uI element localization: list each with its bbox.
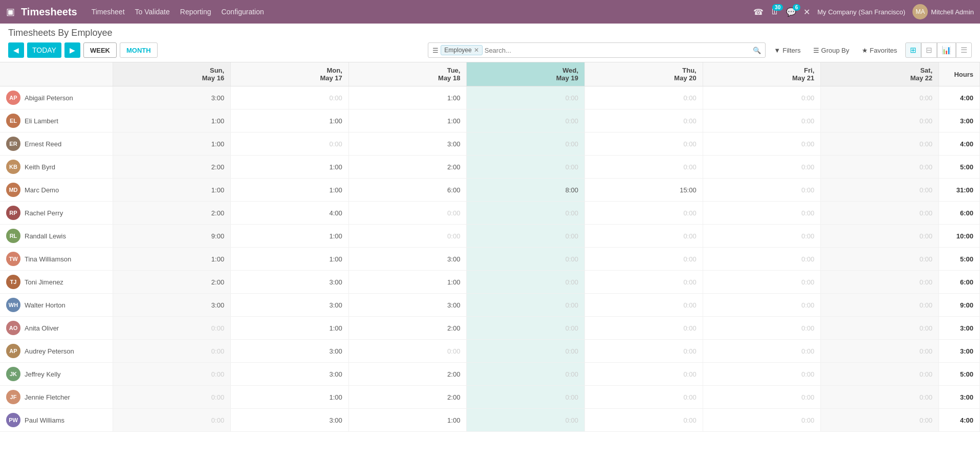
cell-tue[interactable]: 3:00: [349, 294, 467, 317]
cell-sun[interactable]: 0:00: [113, 409, 231, 432]
cell-wed[interactable]: 0:00: [467, 248, 585, 271]
cell-tue[interactable]: 3:00: [349, 133, 467, 156]
table-row[interactable]: MD Marc Demo 1:001:006:008:0015:000:000:…: [0, 179, 980, 202]
cell-tue[interactable]: 2:00: [349, 156, 467, 179]
cell-wed[interactable]: 0:00: [467, 409, 585, 432]
cell-thu[interactable]: 0:00: [585, 156, 703, 179]
cell-mon[interactable]: 0:00: [231, 133, 349, 156]
cell-sat[interactable]: 0:00: [821, 363, 939, 386]
table-row[interactable]: TJ Toni Jimenez 2:003:001:000:000:000:00…: [0, 271, 980, 294]
cell-thu[interactable]: 0:00: [585, 386, 703, 409]
apps-menu-icon[interactable]: ▣: [6, 6, 15, 17]
cell-tue[interactable]: 1:00: [349, 271, 467, 294]
table-row[interactable]: EL Eli Lambert 1:001:001:000:000:000:000…: [0, 109, 980, 133]
cell-mon[interactable]: 3:00: [231, 363, 349, 386]
cell-tue[interactable]: 2:00: [349, 317, 467, 340]
month-button[interactable]: MONTH: [120, 42, 158, 58]
cell-sun[interactable]: 9:00: [113, 225, 231, 248]
cell-wed[interactable]: 0:00: [467, 271, 585, 294]
cell-sat[interactable]: 0:00: [821, 386, 939, 409]
cell-sat[interactable]: 0:00: [821, 179, 939, 202]
cell-sat[interactable]: 0:00: [821, 248, 939, 271]
cell-wed[interactable]: 0:00: [467, 133, 585, 156]
table-row[interactable]: TW Tina Williamson 1:001:003:000:000:000…: [0, 248, 980, 271]
cell-thu[interactable]: 0:00: [585, 317, 703, 340]
cell-wed[interactable]: 0:00: [467, 386, 585, 409]
grid-view-button[interactable]: ⊞: [905, 42, 921, 58]
table-row[interactable]: RP Rachel Perry 2:004:000:000:000:000:00…: [0, 202, 980, 225]
cell-sun[interactable]: 2:00: [113, 271, 231, 294]
cell-sun[interactable]: 0:00: [113, 340, 231, 363]
cell-wed[interactable]: 0:00: [467, 363, 585, 386]
table-row[interactable]: ER Ernest Reed 1:000:003:000:000:000:000…: [0, 133, 980, 156]
cell-sun[interactable]: 3:00: [113, 294, 231, 317]
search-magnify-icon[interactable]: 🔍: [753, 47, 761, 54]
cell-sat[interactable]: 0:00: [821, 271, 939, 294]
employee-name[interactable]: Keith Byrd: [25, 163, 55, 171]
cell-tue[interactable]: 3:00: [349, 248, 467, 271]
cell-wed[interactable]: 0:00: [467, 317, 585, 340]
cell-sun[interactable]: 1:00: [113, 133, 231, 156]
cell-wed[interactable]: 0:00: [467, 225, 585, 248]
cell-tue[interactable]: 1:00: [349, 409, 467, 432]
chat-icon[interactable]: 💬 6: [786, 7, 796, 17]
cell-wed[interactable]: 0:00: [467, 202, 585, 225]
table-row[interactable]: PW Paul Williams 0:003:001:000:000:000:0…: [0, 409, 980, 432]
employee-name[interactable]: Tina Williamson: [25, 255, 71, 263]
cell-tue[interactable]: 2:00: [349, 363, 467, 386]
cell-thu[interactable]: 0:00: [585, 363, 703, 386]
cell-mon[interactable]: 1:00: [231, 386, 349, 409]
filters-button[interactable]: ▼ Filters: [770, 45, 804, 56]
cell-fri[interactable]: 0:00: [703, 248, 821, 271]
cell-wed[interactable]: 0:00: [467, 86, 585, 109]
search-input[interactable]: [485, 47, 751, 54]
cell-tue[interactable]: 1:00: [349, 86, 467, 109]
cell-fri[interactable]: 0:00: [703, 317, 821, 340]
cell-fri[interactable]: 0:00: [703, 156, 821, 179]
cell-wed[interactable]: 0:00: [467, 156, 585, 179]
cell-mon[interactable]: 1:00: [231, 156, 349, 179]
cell-fri[interactable]: 0:00: [703, 225, 821, 248]
cell-fri[interactable]: 0:00: [703, 109, 821, 133]
cell-sun[interactable]: 2:00: [113, 156, 231, 179]
cell-sat[interactable]: 0:00: [821, 409, 939, 432]
cell-tue[interactable]: 1:00: [349, 109, 467, 133]
cell-wed[interactable]: 0:00: [467, 294, 585, 317]
cell-wed[interactable]: 0:00: [467, 109, 585, 133]
cell-sun[interactable]: 1:00: [113, 248, 231, 271]
cell-mon[interactable]: 1:00: [231, 248, 349, 271]
table-row[interactable]: AP Abigail Peterson 3:000:001:000:000:00…: [0, 86, 980, 109]
cell-fri[interactable]: 0:00: [703, 133, 821, 156]
cell-fri[interactable]: 0:00: [703, 409, 821, 432]
user-menu[interactable]: MA Mitchell Admin: [912, 4, 974, 19]
table-row[interactable]: RL Randall Lewis 9:001:000:000:000:000:0…: [0, 225, 980, 248]
cell-fri[interactable]: 0:00: [703, 363, 821, 386]
cell-mon[interactable]: 3:00: [231, 409, 349, 432]
employee-name[interactable]: Abigail Peterson: [25, 94, 73, 102]
employee-name[interactable]: Jeffrey Kelly: [25, 370, 61, 378]
cell-sun[interactable]: 3:00: [113, 86, 231, 109]
cell-thu[interactable]: 15:00: [585, 179, 703, 202]
employee-name[interactable]: Eli Lambert: [25, 117, 58, 125]
cell-sat[interactable]: 0:00: [821, 317, 939, 340]
cell-thu[interactable]: 0:00: [585, 271, 703, 294]
cell-fri[interactable]: 0:00: [703, 386, 821, 409]
cell-thu[interactable]: 0:00: [585, 225, 703, 248]
employee-name[interactable]: Randall Lewis: [25, 232, 66, 240]
cell-fri[interactable]: 0:00: [703, 179, 821, 202]
employee-filter-tag[interactable]: Employee ✕: [441, 45, 482, 55]
cell-sun[interactable]: 0:00: [113, 363, 231, 386]
cell-thu[interactable]: 0:00: [585, 248, 703, 271]
cell-tue[interactable]: 0:00: [349, 340, 467, 363]
employee-name[interactable]: Anita Oliver: [25, 324, 59, 332]
cell-sat[interactable]: 0:00: [821, 86, 939, 109]
cell-sun[interactable]: 1:00: [113, 179, 231, 202]
employee-name[interactable]: Marc Demo: [25, 186, 59, 194]
close-icon[interactable]: ✕: [803, 7, 810, 17]
table-row[interactable]: JK Jeffrey Kelly 0:003:002:000:000:000:0…: [0, 363, 980, 386]
cell-sat[interactable]: 0:00: [821, 294, 939, 317]
cell-fri[interactable]: 0:00: [703, 271, 821, 294]
cell-thu[interactable]: 0:00: [585, 294, 703, 317]
cell-sat[interactable]: 0:00: [821, 133, 939, 156]
cell-wed[interactable]: 8:00: [467, 179, 585, 202]
